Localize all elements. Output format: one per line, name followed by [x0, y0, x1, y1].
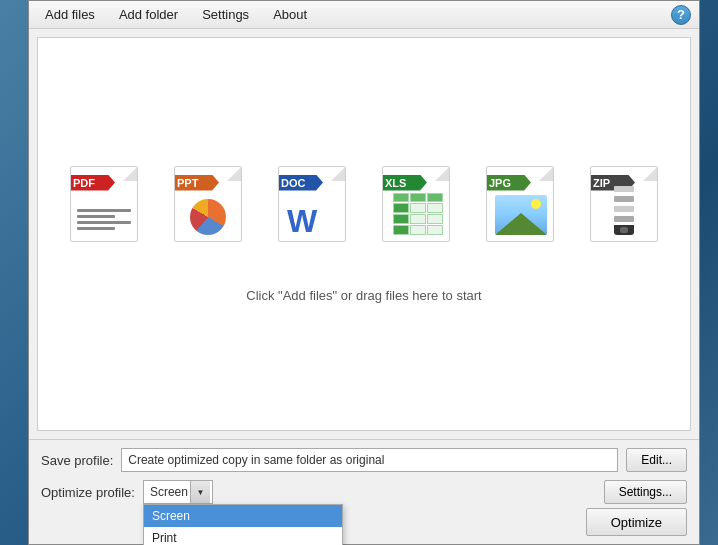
optimize-button[interactable]: Optimize [586, 508, 687, 536]
save-profile-label: Save profile: [41, 453, 113, 468]
menu-add-folder[interactable]: Add folder [107, 3, 190, 26]
file-icon-pdf: PDF [64, 166, 144, 256]
file-icon-jpg: JPG [480, 166, 560, 256]
bottom-bar: Save profile: Edit... Optimize profile: … [29, 439, 699, 544]
xls-tag: XLS [382, 175, 427, 191]
menu-bar: Add files Add folder Settings About ? [29, 1, 699, 29]
selected-profile-text: Screen [150, 485, 188, 499]
drop-text: Click "Add files" or drag files here to … [246, 288, 481, 303]
doc-tag: DOC [278, 175, 323, 191]
file-icon-doc: DOC W [272, 166, 352, 256]
menu-add-files[interactable]: Add files [33, 3, 107, 26]
save-profile-input[interactable] [121, 448, 618, 472]
menu-about[interactable]: About [261, 3, 319, 26]
profile-select[interactable]: Screen ▼ [143, 480, 213, 504]
dropdown-item-print[interactable]: Print [144, 527, 342, 545]
optimize-row: Optimize [41, 508, 687, 536]
ppt-tag: PPT [174, 175, 219, 191]
app-window: Add files Add folder Settings About ? PD… [28, 0, 700, 545]
edit-button[interactable]: Edit... [626, 448, 687, 472]
settings-button[interactable]: Settings... [604, 480, 687, 504]
save-profile-row: Save profile: Edit... [41, 448, 687, 472]
doc-w-letter: W [287, 205, 317, 237]
file-icon-xls: XLS [376, 166, 456, 256]
file-icons-row: PDF PPT [64, 166, 664, 256]
profile-dropdown: Screen Print Screen (no "flattening") Pr… [143, 504, 343, 545]
profile-select-container: Screen ▼ Screen Print Screen (no "flatte… [143, 480, 213, 504]
file-icon-zip: ZIP [584, 166, 664, 256]
menu-settings[interactable]: Settings [190, 3, 261, 26]
pdf-tag: PDF [70, 175, 115, 191]
main-drop-area[interactable]: PDF PPT [37, 37, 691, 431]
jpg-tag: JPG [486, 175, 531, 191]
file-icon-ppt: PPT [168, 166, 248, 256]
dropdown-arrow[interactable]: ▼ [190, 481, 210, 503]
dropdown-item-screen-selected[interactable]: Screen [144, 505, 342, 527]
optimize-profile-label: Optimize profile: [41, 485, 135, 500]
help-icon[interactable]: ? [671, 5, 691, 25]
